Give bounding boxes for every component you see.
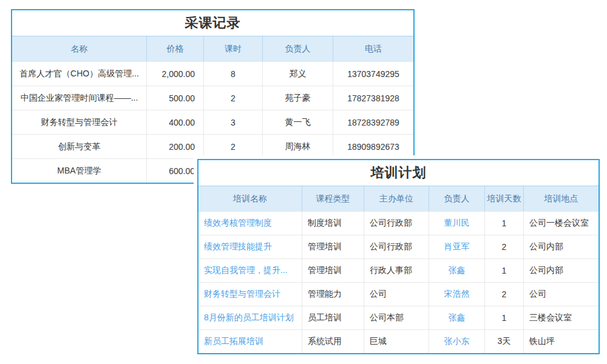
owner-link[interactable]: 张鑫 <box>429 259 485 282</box>
cell-organizer: 公司行政部 <box>364 235 429 258</box>
cell-course-name: 首席人才官（CHO）高级管理... <box>12 62 147 86</box>
training-name-link[interactable]: 绩效考核管理制度 <box>198 212 302 235</box>
training-table-title: 培训计划 <box>198 160 599 186</box>
table-row: 财务转型与管理会计 400.00 3 黄一飞 18728392789 <box>12 110 413 134</box>
header-owner: 负责人 <box>263 36 333 61</box>
purchase-table-title: 采课记录 <box>12 10 413 36</box>
table-row: 首席人才官（CHO）高级管理... 2,000.00 8 郑义 13703749… <box>12 61 413 86</box>
cell-days: 1 <box>485 212 524 235</box>
cell-price: 500.00 <box>147 86 204 110</box>
table-row: 财务转型与管理会计 管理能力 公司 宋浩然 2 公司 <box>198 282 599 306</box>
training-name-link[interactable]: 实现自我管理，提升... <box>198 259 302 282</box>
header-phone: 电话 <box>333 36 413 61</box>
cell-location: 三楼会议室 <box>524 306 599 329</box>
cell-course-name: 创新与变革 <box>12 135 147 158</box>
cell-location: 公司 <box>524 283 599 306</box>
cell-course-name: MBA管理学 <box>12 159 147 183</box>
cell-days: 3天 <box>485 330 524 353</box>
cell-location: 公司内部 <box>524 259 599 282</box>
cell-days: 2 <box>485 283 524 306</box>
cell-course-name: 中国企业家管理时间课程——... <box>12 86 147 110</box>
table-row: 绩效考核管理制度 制度培训 公司行政部 董川民 1 公司一楼会议室 <box>198 211 599 235</box>
cell-organizer: 行政人事部 <box>364 259 429 282</box>
cell-hours: 2 <box>204 86 263 110</box>
cell-days: 1 <box>485 259 524 282</box>
purchase-header-row: 名称 价格 课时 负责人 电话 <box>12 36 413 61</box>
training-plan-table: 培训计划 培训名称 课程类型 主办单位 负责人 培训天数 培训地点 绩效考核管理… <box>197 159 600 354</box>
owner-link[interactable]: 张小东 <box>429 330 485 353</box>
cell-course-type: 管理能力 <box>302 283 364 306</box>
header-days: 培训天数 <box>485 186 524 211</box>
cell-course-name: 财务转型与管理会计 <box>12 110 147 134</box>
cell-price: 400.00 <box>147 110 204 134</box>
header-name: 名称 <box>12 36 147 61</box>
cell-course-type: 员工培训 <box>302 306 364 329</box>
cell-course-type: 管理培训 <box>302 235 364 258</box>
cell-days: 2 <box>485 235 524 258</box>
header-price: 价格 <box>147 36 204 61</box>
table-row: 新员工拓展培训 系统试用 巨城 张小东 3天 铁山坪 <box>198 329 599 353</box>
cell-organizer: 公司本部 <box>364 306 429 329</box>
table-row: 绩效管理技能提升 管理培训 公司行政部 肖亚军 2 公司内部 <box>198 235 599 258</box>
training-name-link[interactable]: 新员工拓展培训 <box>198 330 302 353</box>
cell-organizer: 公司行政部 <box>364 212 429 235</box>
cell-owner: 黄一飞 <box>263 110 333 134</box>
cell-phone: 18728392789 <box>333 110 413 134</box>
table-row: 8月份新的员工培训计划 员工培训 公司本部 张鑫 1 三楼会议室 <box>198 306 599 329</box>
table-row: 中国企业家管理时间课程——... 500.00 2 苑子豪 1782738192… <box>12 86 413 110</box>
cell-price: 2,000.00 <box>147 62 204 86</box>
cell-phone: 13703749295 <box>333 62 413 86</box>
cell-organizer: 巨城 <box>364 330 429 353</box>
training-name-link[interactable]: 绩效管理技能提升 <box>198 235 302 258</box>
cell-phone: 17827381928 <box>333 86 413 110</box>
training-header-row: 培训名称 课程类型 主办单位 负责人 培训天数 培训地点 <box>198 186 599 211</box>
cell-owner: 郑义 <box>263 62 333 86</box>
training-name-link[interactable]: 财务转型与管理会计 <box>198 283 302 306</box>
cell-location: 公司内部 <box>524 235 599 258</box>
cell-owner: 苑子豪 <box>263 86 333 110</box>
owner-link[interactable]: 张鑫 <box>429 306 485 329</box>
owner-link[interactable]: 董川民 <box>429 212 485 235</box>
cell-location: 铁山坪 <box>524 330 599 353</box>
header-hours: 课时 <box>204 36 263 61</box>
cell-hours: 3 <box>204 110 263 134</box>
table-row: 实现自我管理，提升... 管理培训 行政人事部 张鑫 1 公司内部 <box>198 258 599 282</box>
cell-days: 1 <box>485 306 524 329</box>
table-row: 创新与变革 200.00 2 周海林 18909892673 <box>12 134 413 158</box>
header-location: 培训地点 <box>524 186 599 211</box>
cell-hours: 8 <box>204 62 263 86</box>
header-owner: 负责人 <box>429 186 485 211</box>
training-name-link[interactable]: 8月份新的员工培训计划 <box>198 306 302 329</box>
cell-course-type: 制度培训 <box>302 212 364 235</box>
header-course-type: 课程类型 <box>302 186 364 211</box>
cell-course-type: 系统试用 <box>302 330 364 353</box>
training-plan-card: 培训计划 培训名称 课程类型 主办单位 负责人 培训天数 培训地点 绩效考核管理… <box>194 155 603 358</box>
cell-organizer: 公司 <box>364 283 429 306</box>
owner-link[interactable]: 宋浩然 <box>429 283 485 306</box>
header-training-name: 培训名称 <box>198 186 302 211</box>
header-organizer: 主办单位 <box>364 186 429 211</box>
cell-location: 公司一楼会议室 <box>524 212 599 235</box>
cell-course-type: 管理培训 <box>302 259 364 282</box>
owner-link[interactable]: 肖亚军 <box>429 235 485 258</box>
